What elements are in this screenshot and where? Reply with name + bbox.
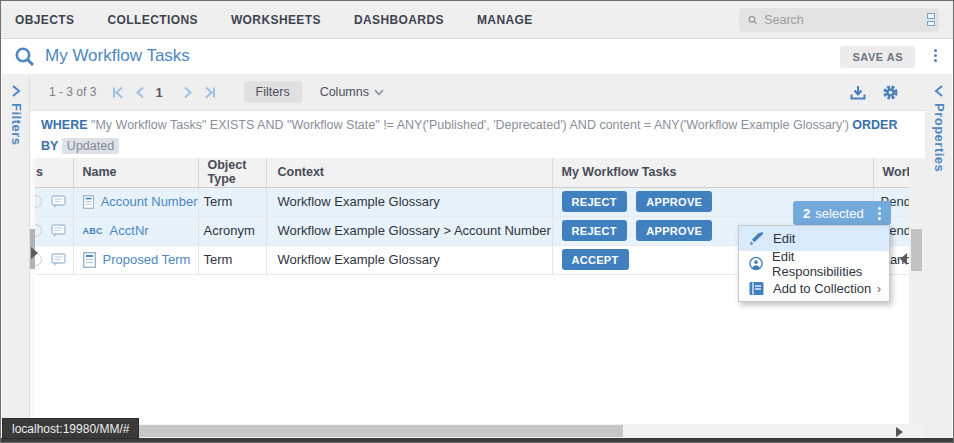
object-type-cell: Acronym	[198, 216, 266, 245]
worksheet-icon	[14, 46, 36, 68]
filters-splitter-arrow-icon[interactable]	[31, 247, 38, 259]
scroll-right-arrow-icon[interactable]	[896, 427, 903, 437]
reject-button[interactable]: REJECT	[562, 191, 627, 212]
object-type-cell: Term	[198, 187, 266, 216]
reject-button[interactable]: REJECT	[562, 220, 627, 241]
menu-item-label: Edit	[773, 231, 795, 246]
save-as-button[interactable]: SAVE AS	[840, 46, 915, 68]
filters-panel[interactable]: Filters	[2, 74, 30, 438]
app-window: OBJECTS COLLECTIONS WORKSHEETS DASHBOARD…	[0, 0, 954, 443]
object-type-cell: Term	[198, 245, 266, 274]
last-page-icon[interactable]	[203, 86, 216, 99]
properties-splitter-arrow-icon[interactable]	[900, 253, 907, 265]
selection-menu-dots-icon[interactable]	[878, 207, 881, 220]
pencil-icon	[749, 231, 764, 246]
term-icon	[83, 194, 94, 210]
status-url-text: localhost:19980/MM/#	[12, 422, 129, 436]
context-menu: Edit Edit Responsibilities Add to Collec…	[738, 225, 890, 302]
menu-item-label: Add to Collection	[773, 281, 871, 296]
prev-page-icon[interactable]	[135, 86, 145, 99]
term-icon	[83, 252, 96, 268]
col-header-tasks[interactable]: My Workflow Tasks	[552, 158, 873, 187]
result-range: 1 - 3 of 3	[49, 85, 96, 99]
columns-dropdown[interactable]: Columns	[320, 85, 384, 99]
table-row[interactable]: Account Number Term Workflow Example Glo…	[35, 187, 909, 216]
object-name-link[interactable]: Account Number	[101, 194, 198, 209]
person-icon	[749, 256, 763, 271]
header-row: s Name Object Type Context My Workflow T…	[35, 158, 909, 187]
menu-item-label: Edit Responsibilities	[772, 249, 881, 279]
filters-splitter[interactable]	[30, 158, 35, 424]
page-header: My Workflow Tasks SAVE AS	[1, 39, 953, 74]
selection-badge[interactable]: 2 selected	[793, 201, 891, 225]
menu-item-edit[interactable]: Edit	[739, 226, 889, 251]
gear-icon[interactable]	[882, 84, 899, 101]
selection-label: selected	[815, 206, 863, 221]
columns-label: Columns	[320, 85, 369, 99]
properties-panel[interactable]: Properties	[924, 74, 952, 438]
status-ring-icon	[35, 224, 42, 237]
context-cell: Workflow Example Glossary	[266, 245, 552, 274]
submenu-arrow-icon: ›	[877, 281, 881, 296]
accept-button[interactable]: ACCEPT	[562, 249, 629, 270]
comment-icon[interactable]	[51, 253, 66, 267]
col-header-object-type[interactable]: Object Type	[198, 158, 266, 187]
approve-button[interactable]: APPROVE	[636, 191, 712, 212]
comment-icon[interactable]	[51, 195, 66, 209]
approve-button[interactable]: APPROVE	[636, 220, 712, 241]
top-nav: OBJECTS COLLECTIONS WORKSHEETS DASHBOARD…	[1, 1, 953, 39]
grid-toolbar: 1 - 3 of 3 1 Filters Columns	[30, 74, 925, 111]
expand-filters-icon[interactable]	[11, 85, 21, 97]
context-cell: Workflow Example Glossary	[266, 187, 552, 216]
context-cell: Workflow Example Glossary > Account Numb…	[266, 216, 552, 245]
nav-collections[interactable]: COLLECTIONS	[107, 13, 197, 27]
nav-objects[interactable]: OBJECTS	[15, 13, 74, 27]
page-menu-dots-icon[interactable]	[934, 49, 937, 62]
menu-item-add-to-collection[interactable]: Add to Collection ›	[739, 276, 889, 301]
status-ring-icon	[35, 195, 42, 208]
col-header-name[interactable]: Name	[73, 158, 198, 187]
query-bar: WHERE "My Workflow Tasks" EXISTS AND "Wo…	[30, 111, 925, 158]
chevron-down-icon	[374, 89, 384, 96]
where-keyword: WHERE	[41, 118, 88, 132]
search-box[interactable]	[739, 8, 939, 32]
menu-item-edit-responsibilities[interactable]: Edit Responsibilities	[739, 251, 889, 276]
search-scope-icon[interactable]	[925, 13, 933, 27]
comment-icon[interactable]	[51, 224, 66, 238]
download-icon[interactable]	[850, 85, 866, 101]
vertical-scrollbar-thumb[interactable]	[911, 229, 922, 271]
filters-button[interactable]: Filters	[244, 81, 302, 103]
col-header-context[interactable]: Context	[266, 158, 552, 187]
collection-icon	[749, 281, 764, 296]
sort-field-chip: Updated	[62, 138, 119, 154]
nav-manage[interactable]: MANAGE	[477, 13, 533, 27]
page-title: My Workflow Tasks	[45, 46, 190, 66]
filters-panel-label[interactable]: Filters	[9, 103, 24, 146]
horizontal-scrollbar[interactable]	[30, 424, 925, 438]
query-clause: "My Workflow Tasks" EXISTS AND "Workflow…	[91, 118, 849, 132]
window-bottom-border	[1, 438, 953, 442]
object-name-link[interactable]: Proposed Term	[103, 252, 191, 267]
status-url-tooltip: localhost:19980/MM/#	[2, 418, 139, 439]
current-page: 1	[155, 85, 162, 100]
properties-panel-label[interactable]: Properties	[932, 103, 947, 172]
col-header-actions: s	[35, 158, 73, 187]
nav-worksheets[interactable]: WORKSHEETS	[231, 13, 321, 27]
first-page-icon[interactable]	[112, 86, 125, 99]
nav-dashboards[interactable]: DASHBOARDS	[354, 13, 444, 27]
selection-count: 2	[803, 206, 810, 221]
search-icon	[748, 13, 757, 27]
vertical-scrollbar[interactable]	[909, 158, 925, 424]
object-name-link[interactable]: AcctNr	[110, 223, 149, 238]
col-header-state[interactable]: Workflow State	[873, 158, 909, 187]
next-page-icon[interactable]	[183, 86, 193, 99]
search-input[interactable]	[764, 13, 925, 27]
acronym-icon: ABC	[83, 226, 103, 236]
expand-properties-icon[interactable]	[934, 85, 944, 97]
